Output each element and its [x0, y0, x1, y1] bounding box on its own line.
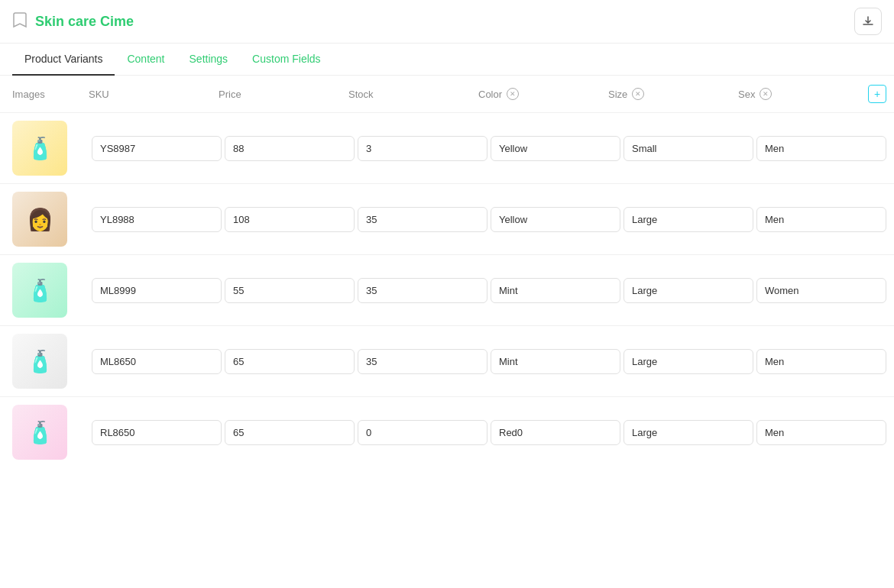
size-input-4[interactable]: [624, 349, 753, 374]
color-input-4[interactable]: [491, 349, 620, 374]
price-input-4[interactable]: [225, 349, 355, 374]
size-input-3[interactable]: [624, 278, 753, 303]
col-header-sex: Sex ✕: [738, 88, 868, 100]
size-field-5: [624, 420, 753, 445]
sex-field-4: [756, 349, 886, 374]
row-actions-4: [889, 338, 894, 385]
stock-field-3: [358, 278, 487, 303]
stock-input-5[interactable]: [358, 420, 487, 445]
header-left: Skin care Cime: [12, 11, 134, 32]
sex-field-5: [756, 420, 886, 445]
col-header-sku: SKU: [89, 89, 219, 100]
table-row: 🧴: [0, 112, 894, 183]
product-image-1: 🧴: [12, 121, 67, 176]
product-variants-table: 🧴: [0, 112, 894, 467]
sex-filter-badge[interactable]: ✕: [760, 88, 772, 100]
stock-input-4[interactable]: [358, 349, 487, 374]
color-input-1[interactable]: [491, 136, 620, 161]
col-header-price: Price: [219, 89, 348, 100]
color-field-4: [491, 349, 620, 374]
color-field-5: [491, 420, 620, 445]
sex-input-4[interactable]: [756, 349, 886, 374]
price-field-4: [225, 349, 355, 374]
stock-input-1[interactable]: [358, 136, 487, 161]
color-input-2[interactable]: [491, 207, 620, 232]
row-actions-5: [889, 409, 894, 456]
stock-field-2: [358, 207, 487, 232]
table-row: 🧴: [0, 396, 894, 467]
size-field-1: [624, 136, 753, 161]
size-field-2: [624, 207, 753, 232]
sex-input-5[interactable]: [756, 420, 886, 445]
size-filter-badge[interactable]: ✕: [632, 88, 644, 100]
size-field-3: [624, 278, 753, 303]
sku-input-2[interactable]: [92, 207, 222, 232]
tab-settings[interactable]: Settings: [177, 44, 241, 76]
tabs-bar: Product Variants Content Settings Custom…: [0, 44, 894, 76]
color-input-5[interactable]: [491, 420, 620, 445]
sku-input-5[interactable]: [92, 420, 222, 445]
stock-input-2[interactable]: [358, 207, 487, 232]
stock-field-4: [358, 349, 487, 374]
table-row: 👩: [0, 183, 894, 254]
sex-input-1[interactable]: [756, 136, 886, 161]
bookmark-icon[interactable]: [12, 11, 28, 32]
sex-input-2[interactable]: [756, 207, 886, 232]
row-actions-1: [889, 124, 894, 172]
stock-field-5: [358, 420, 487, 445]
color-filter-badge[interactable]: ✕: [507, 88, 519, 100]
product-image-5: 🧴: [12, 405, 67, 460]
download-button[interactable]: [854, 8, 882, 35]
price-field-1: [225, 136, 355, 161]
row-actions-3: [889, 267, 894, 314]
sku-field-1: [92, 136, 222, 161]
sku-field-2: [92, 207, 222, 232]
color-field-3: [491, 278, 620, 303]
stock-input-3[interactable]: [358, 278, 487, 303]
table-headers: Images SKU Price Stock Color ✕ Size ✕ Se…: [0, 76, 894, 112]
table-row: 🧴: [0, 325, 894, 396]
tab-product-variants[interactable]: Product Variants: [12, 44, 115, 76]
sku-input-4[interactable]: [92, 349, 222, 374]
size-input-1[interactable]: [624, 136, 753, 161]
sex-input-3[interactable]: [756, 278, 886, 303]
brand-title: Skin care Cime: [35, 14, 134, 30]
product-image-4: 🧴: [12, 334, 67, 389]
color-input-3[interactable]: [491, 278, 620, 303]
sku-input-3[interactable]: [92, 278, 222, 303]
size-input-5[interactable]: [624, 420, 753, 445]
price-field-5: [225, 420, 355, 445]
col-header-color: Color ✕: [478, 88, 608, 100]
sex-field-2: [756, 207, 886, 232]
price-input-3[interactable]: [225, 278, 355, 303]
price-field-2: [225, 207, 355, 232]
size-input-2[interactable]: [624, 207, 753, 232]
sku-field-3: [92, 278, 222, 303]
size-field-4: [624, 349, 753, 374]
color-field-2: [491, 207, 620, 232]
color-field-1: [491, 136, 620, 161]
col-header-stock: Stock: [348, 89, 478, 100]
add-column-button[interactable]: +: [868, 85, 886, 103]
app-header: Skin care Cime: [0, 0, 894, 44]
price-input-1[interactable]: [225, 136, 355, 161]
sku-field-4: [92, 349, 222, 374]
table-row: 🧴: [0, 254, 894, 325]
tab-content[interactable]: Content: [115, 44, 177, 76]
stock-field-1: [358, 136, 487, 161]
sku-field-5: [92, 420, 222, 445]
sku-input-1[interactable]: [92, 136, 222, 161]
price-input-5[interactable]: [225, 420, 355, 445]
price-input-2[interactable]: [225, 207, 355, 232]
product-image-2: 👩: [12, 192, 67, 247]
sex-field-1: [756, 136, 886, 161]
tab-custom-fields[interactable]: Custom Fields: [240, 44, 332, 76]
product-image-3: 🧴: [12, 263, 67, 318]
row-actions-2: [889, 195, 894, 243]
sex-field-3: [756, 278, 886, 303]
price-field-3: [225, 278, 355, 303]
col-header-images: Images: [12, 89, 89, 100]
col-header-size: Size ✕: [608, 88, 738, 100]
